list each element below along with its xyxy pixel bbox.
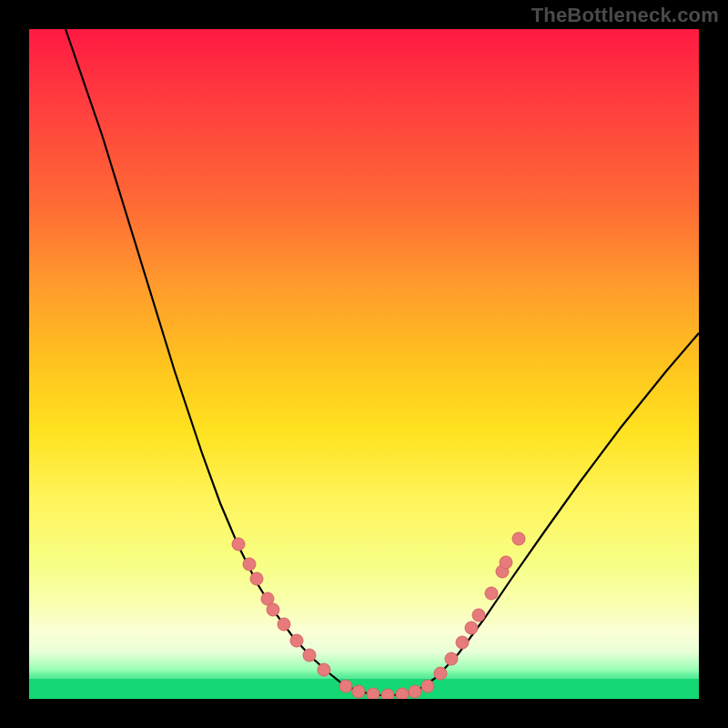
curve-marker [367, 688, 379, 699]
curve-marker [290, 634, 303, 647]
curve-marker [396, 688, 409, 699]
bottleneck-curve-svg [29, 29, 699, 699]
curve-marker [485, 587, 498, 600]
chart-frame: TheBottleneck.com [0, 0, 728, 728]
curve-marker [434, 667, 447, 680]
curve-marker [352, 685, 365, 698]
curve-marker [512, 532, 525, 545]
curve-marker [318, 663, 330, 676]
bottleneck-curve [66, 29, 699, 695]
curve-markers [232, 532, 525, 699]
curve-marker [465, 622, 478, 634]
curve-marker [445, 652, 458, 665]
curve-marker [278, 618, 290, 631]
watermark-text: TheBottleneck.com [531, 4, 719, 27]
curve-marker [381, 689, 394, 699]
curve-marker [339, 680, 352, 693]
curve-marker [409, 685, 421, 698]
curve-marker [303, 649, 316, 662]
curve-marker [456, 636, 469, 649]
curve-marker [421, 680, 434, 693]
curve-marker [472, 609, 485, 622]
curve-marker [232, 538, 245, 551]
curve-marker [267, 603, 279, 616]
curve-marker [500, 556, 512, 569]
plot-area [29, 29, 699, 699]
curve-marker [250, 572, 263, 585]
curve-marker [243, 558, 256, 571]
